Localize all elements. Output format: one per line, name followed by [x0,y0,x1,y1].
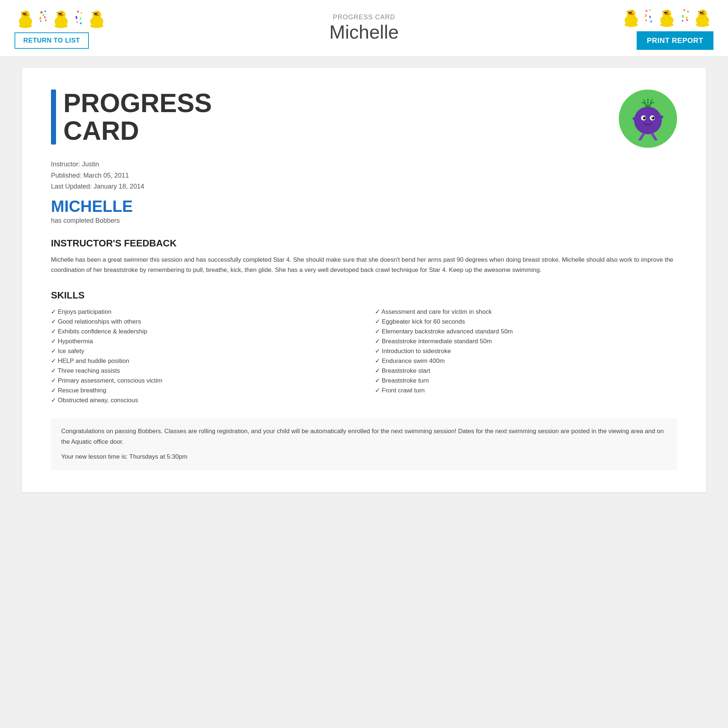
mascot-icon [626,97,670,141]
skill-item: Breaststroke intermediate standard 50m [375,336,677,346]
svg-point-26 [81,12,82,14]
svg-rect-12 [39,17,41,20]
svg-rect-66 [682,15,684,18]
feedback-title: INSTRUCTOR'S FEEDBACK [51,238,677,249]
skill-item: HELP and huddle position [51,356,353,366]
svg-point-68 [682,20,683,21]
feedback-section: INSTRUCTOR'S FEEDBACK Michelle has been … [51,238,677,275]
progress-card: PROGRESS CARD [22,68,706,492]
congrats-text: Congratulations on passing Bobbers. Clas… [61,426,667,447]
confetti-icon-3 [644,8,655,27]
svg-rect-52 [649,15,651,18]
svg-rect-13 [44,16,46,19]
svg-point-64 [684,9,685,11]
svg-rect-22 [58,13,62,15]
completed-text: has completed Bobbers [51,217,677,225]
skill-item: Ice safety [51,346,353,356]
skill-item: Rescue breathing [51,385,353,395]
skill-item: Endurance swim 400m [375,356,677,366]
skill-item: Three reaching assists [51,366,353,376]
svg-rect-51 [645,14,647,17]
header-center: PROGRESS CARD Michelle [329,14,399,43]
svg-rect-37 [94,13,98,15]
header-student-name: Michelle [329,21,399,43]
svg-point-69 [687,19,688,21]
svg-rect-6 [23,13,26,15]
header-left: RETURN TO LIST [15,8,108,49]
svg-point-30 [80,23,82,24]
svg-point-57 [660,23,673,27]
duck-icon-5 [656,6,678,28]
svg-rect-27 [75,16,77,19]
skills-grid: Enjoys participationGood relationships w… [51,307,677,405]
svg-line-77 [698,11,699,12]
skill-item: Hypothermia [51,336,353,346]
skill-item: Breaststroke turn [375,376,677,385]
svg-line-89 [652,134,656,140]
svg-point-2 [19,24,32,28]
svg-rect-76 [700,12,703,14]
svg-point-29 [76,21,78,23]
duck-icon-2 [50,8,72,29]
svg-point-11 [43,14,44,16]
skill-item: Elementary backstroke advanced standard … [375,327,677,336]
instructor-info: Instructor: Justin [51,159,677,170]
ducks-decoration-right [620,6,713,28]
published-info: Published: March 05, 2011 [51,170,677,181]
svg-point-25 [77,11,79,13]
header-right: PRINT REPORT [620,6,713,50]
svg-point-33 [90,24,103,28]
svg-point-9 [40,11,43,14]
svg-point-72 [696,23,709,27]
duck-icon-3 [86,8,108,29]
skill-item: Introduction to sidestroke [375,346,677,356]
skill-item: Assessment and care for victim in shock [375,307,677,317]
mascot-avatar [619,90,677,148]
ducks-decoration-left [15,8,108,29]
progress-card-title: PROGRESS CARD [63,90,212,145]
student-name-big: MICHELLE [51,197,677,216]
duck-icon-6 [691,6,713,28]
svg-point-18 [55,24,68,28]
skill-item: Eggbeater kick for 60 seconds [375,317,677,327]
svg-line-7 [21,12,22,13]
lesson-time: Your new lesson time is: Thursdays at 5:… [61,452,667,462]
page-header: RETURN TO LIST PROGRESS CARD Michelle [0,0,728,57]
svg-line-38 [92,12,93,13]
svg-line-47 [627,11,627,12]
congrats-box: Congratulations on passing Bobbers. Clas… [51,418,677,470]
svg-point-49 [646,10,648,12]
svg-point-50 [649,9,651,11]
progress-title-section: PROGRESS CARD [51,90,212,145]
confetti-icon-4 [679,8,690,27]
svg-point-15 [45,20,47,21]
confetti-icon-1 [38,9,49,28]
card-header: PROGRESS CARD [51,90,677,148]
skill-item: Enjoys participation [51,307,353,317]
svg-point-65 [687,11,689,12]
skill-item: Breaststroke start [375,366,677,376]
skill-item: Good relationships with others [51,317,353,327]
return-to-list-button[interactable]: RETURN TO LIST [15,32,89,49]
svg-rect-46 [628,12,632,14]
skill-item: Obstructed airway, conscious [51,395,353,405]
skills-right-column: Assessment and care for victim in shockE… [375,307,677,405]
duck-icon-4 [620,6,642,28]
feedback-text: Michelle has been a great swimmer this s… [51,255,677,275]
main-area: PROGRESS CARD [0,57,728,503]
svg-point-85 [652,117,653,118]
skills-title: SKILLS [51,290,677,301]
svg-rect-67 [686,16,688,19]
svg-rect-61 [664,12,668,14]
confetti-icon-2 [73,9,84,28]
svg-point-42 [625,23,638,27]
print-report-button[interactable]: PRINT REPORT [637,31,713,50]
svg-point-10 [44,11,46,12]
progress-card-label: PROGRESS CARD [329,14,399,21]
duck-icon-1 [15,8,37,29]
skill-item: Exhibits confidence & leadership [51,327,353,336]
svg-line-88 [640,134,644,140]
svg-line-23 [57,12,58,13]
svg-point-84 [644,117,645,118]
skills-left-column: Enjoys participationGood relationships w… [51,307,353,405]
